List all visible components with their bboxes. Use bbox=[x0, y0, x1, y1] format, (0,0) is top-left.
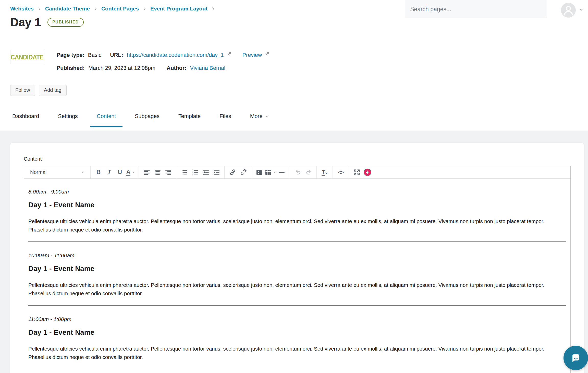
paragraph-style-dropdown[interactable]: Normal bbox=[27, 167, 88, 177]
redo-icon[interactable] bbox=[303, 167, 314, 177]
chevron-down-icon[interactable] bbox=[578, 7, 584, 14]
page-type-value: Basic bbox=[88, 52, 102, 58]
breadcrumb-websites[interactable]: Websites bbox=[10, 6, 34, 12]
chevron-right-icon bbox=[142, 7, 147, 11]
follow-button[interactable]: Follow bbox=[10, 85, 35, 96]
event-body[interactable]: Pellentesque ultricies vehicula enim pha… bbox=[28, 281, 566, 298]
meta-row-2: Published: March 29, 2023 at 12:08pm Aut… bbox=[57, 65, 269, 71]
section-divider bbox=[28, 305, 566, 306]
underline-icon[interactable]: U bbox=[115, 167, 125, 177]
event-heading[interactable]: Day 1 - Event Name bbox=[28, 201, 566, 209]
status-badge: PUBLISHED bbox=[47, 18, 83, 27]
tab-template[interactable]: Template bbox=[178, 113, 201, 127]
tab-subpages[interactable]: Subpages bbox=[135, 113, 160, 127]
external-link-icon[interactable] bbox=[226, 52, 231, 58]
site-logo: CANDIDATE bbox=[10, 50, 44, 64]
event-heading[interactable]: Day 1 - Event Name bbox=[28, 328, 566, 337]
toolbar-group-links bbox=[225, 166, 251, 178]
event-body[interactable]: Pellentesque ultricies vehicula enim pha… bbox=[28, 344, 566, 361]
toolbar-group-align bbox=[139, 166, 176, 178]
dropdown-triangle-icon bbox=[273, 171, 276, 174]
tab-more-label: More bbox=[250, 113, 263, 120]
power-bolt-icon[interactable] bbox=[362, 167, 373, 177]
fullscreen-icon[interactable] bbox=[351, 167, 362, 177]
event-time[interactable]: 10:00am - 11:00am bbox=[28, 252, 566, 259]
source-code-icon[interactable]: <> bbox=[335, 167, 346, 177]
breadcrumb-candidate-theme[interactable]: Candidate Theme bbox=[45, 6, 90, 12]
external-link-icon[interactable] bbox=[264, 52, 269, 58]
chat-launcher-button[interactable] bbox=[564, 346, 588, 370]
page-title: Day 1 bbox=[10, 15, 41, 29]
outdent-icon[interactable] bbox=[200, 167, 211, 177]
dropdown-triangle-icon bbox=[81, 170, 85, 174]
section-divider bbox=[28, 241, 566, 242]
page-url-text: https://candidate.codenation.com/day_1 bbox=[127, 52, 224, 58]
chevron-right-icon bbox=[37, 7, 42, 11]
preview-link[interactable]: Preview bbox=[242, 52, 269, 58]
tab-files[interactable]: Files bbox=[219, 113, 231, 127]
add-tag-button[interactable]: Add tag bbox=[39, 85, 67, 96]
text-color-icon[interactable]: A bbox=[125, 167, 136, 177]
breadcrumb-event-program-layout[interactable]: Event Program Layout bbox=[150, 6, 207, 12]
page-url-link[interactable]: https://candidate.codenation.com/day_1 bbox=[127, 52, 231, 58]
insert-image-icon[interactable] bbox=[254, 167, 265, 177]
clear-formatting-x: × bbox=[325, 171, 328, 175]
search-box bbox=[405, 0, 547, 18]
author-label: Author: bbox=[167, 65, 187, 71]
page-actions: Follow Add tag bbox=[10, 85, 67, 96]
indent-icon[interactable] bbox=[211, 167, 222, 177]
tab-dashboard[interactable]: Dashboard bbox=[12, 113, 39, 127]
chevron-right-icon bbox=[211, 7, 215, 11]
event-time[interactable]: 8:00am - 9:00am bbox=[28, 188, 566, 195]
chevron-down-icon bbox=[265, 114, 270, 119]
event-body[interactable]: Pellentesque ultricies vehicula enim pha… bbox=[28, 217, 566, 234]
remove-link-icon[interactable] bbox=[238, 167, 249, 177]
page-meta: Page type: Basic URL: https://candidate.… bbox=[57, 52, 269, 78]
breadcrumb-content-pages[interactable]: Content Pages bbox=[101, 6, 139, 12]
bold-icon[interactable]: B bbox=[93, 167, 104, 177]
event-heading[interactable]: Day 1 - Event Name bbox=[28, 264, 566, 273]
paragraph-style-value: Normal bbox=[30, 169, 46, 175]
search-input[interactable] bbox=[405, 0, 547, 18]
author-link[interactable]: Viviana Bernal bbox=[190, 65, 225, 71]
toolbar-group-misc bbox=[349, 166, 375, 178]
align-center-icon[interactable] bbox=[152, 167, 163, 177]
toolbar-group-code: <> bbox=[333, 166, 349, 178]
editor-toolbar: Normal B I U A 123 bbox=[24, 166, 570, 179]
rich-text-editor: Normal B I U A 123 bbox=[24, 166, 571, 373]
text-color-glyph: A bbox=[126, 169, 130, 175]
page-type-label: Page type: bbox=[57, 52, 84, 58]
preview-label: Preview bbox=[242, 52, 262, 58]
avatar[interactable] bbox=[561, 3, 576, 18]
site-logo-text: CANDIDATE bbox=[11, 53, 43, 61]
align-left-icon[interactable] bbox=[141, 167, 152, 177]
page-header: Day 1 PUBLISHED bbox=[10, 15, 84, 29]
url-label: URL: bbox=[110, 52, 123, 58]
tab-content[interactable]: Content bbox=[97, 113, 116, 127]
insert-link-icon[interactable] bbox=[227, 167, 238, 177]
toolbar-group-lists: 123 bbox=[176, 166, 225, 178]
editor-document[interactable]: 8:00am - 9:00am Day 1 - Event Name Pelle… bbox=[24, 179, 570, 373]
clear-formatting-icon[interactable]: T× bbox=[319, 167, 330, 177]
toolbar-group-clear: T× bbox=[317, 166, 333, 178]
undo-icon[interactable] bbox=[292, 167, 303, 177]
page-editor: Websites Candidate Theme Content Pages E… bbox=[0, 0, 588, 373]
horizontal-rule-icon[interactable] bbox=[276, 167, 287, 177]
insert-table-icon[interactable] bbox=[265, 167, 276, 177]
user-menu[interactable] bbox=[561, 3, 584, 18]
tab-more[interactable]: More bbox=[250, 113, 270, 127]
published-label: Published: bbox=[57, 65, 85, 71]
italic-icon[interactable]: I bbox=[104, 167, 115, 177]
tab-settings[interactable]: Settings bbox=[58, 113, 78, 127]
toolbar-group-media bbox=[251, 166, 290, 178]
align-right-icon[interactable] bbox=[163, 167, 174, 177]
chevron-right-icon bbox=[93, 7, 98, 11]
bullet-list-icon[interactable] bbox=[179, 167, 190, 177]
numbered-list-icon[interactable]: 123 bbox=[190, 167, 200, 177]
event-time[interactable]: 11:00am - 1:00pm bbox=[28, 316, 566, 323]
clear-formatting-t: T bbox=[322, 169, 325, 176]
content-card: Content Normal B I U A bbox=[10, 143, 584, 373]
toolbar-group-text: B I U A bbox=[91, 166, 139, 178]
meta-row-1: Page type: Basic URL: https://candidate.… bbox=[57, 52, 269, 58]
svg-text:3: 3 bbox=[192, 173, 193, 176]
